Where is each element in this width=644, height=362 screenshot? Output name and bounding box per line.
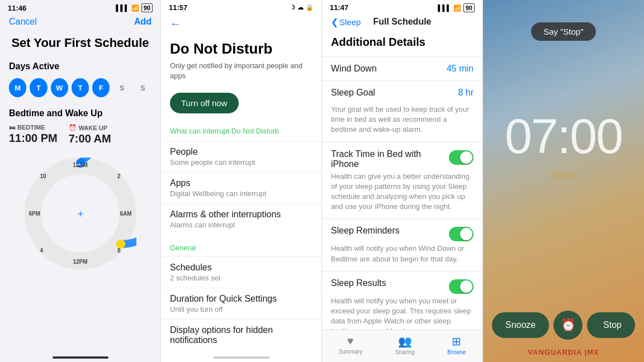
browse-icon: ⊞ — [452, 335, 461, 348]
home-indicator-2 — [214, 356, 269, 359]
list-item-display[interactable]: Display options for hidden notifications — [161, 319, 321, 351]
clock-area: ☀ 🛏 ＋ 12AM 12PM 6PM 6AM 10 2 4 8 — [0, 152, 160, 275]
alarm-icon: ⏰ — [69, 124, 77, 131]
days-active-label: Days Active — [0, 59, 160, 76]
status-icons-2: ☽ ☁ 🔒 — [290, 3, 314, 12]
list-item-apps[interactable]: Apps Digital Wellbeing can interrupt — [161, 172, 321, 203]
heart-icon: ♥ — [347, 335, 354, 347]
signal-icon: ▌▌▌ — [116, 4, 129, 11]
home-indicator-1 — [53, 356, 108, 359]
day-T[interactable]: T — [30, 78, 47, 97]
bedtime-label: BEDTIME — [17, 124, 45, 131]
status-time-1: 11:46 — [8, 4, 26, 12]
section-header-general: General — [161, 235, 321, 256]
alarms-sub: Alarms can interrupt — [170, 221, 312, 229]
day-S2[interactable]: S — [134, 78, 151, 97]
bedtime-time: 11:00 PM — [9, 132, 58, 145]
results-label: Sleep Results — [331, 278, 386, 288]
stop-button[interactable]: Stop — [587, 312, 635, 338]
add-button[interactable]: Add — [134, 17, 151, 27]
list-item-duration[interactable]: Duration for Quick Settings Until you tu… — [161, 288, 321, 319]
cancel-button[interactable]: Cancel — [9, 17, 37, 27]
snooze-button[interactable]: Snooze — [492, 312, 549, 338]
clock-ring[interactable]: ☀ 🛏 ＋ 12AM 12PM 6PM 6AM 10 2 4 8 — [25, 158, 136, 269]
list-item-schedules[interactable]: Schedules 2 schedules set — [161, 256, 321, 288]
sleep-goal-label: Sleep Goal — [331, 88, 375, 98]
wakeup-badge: ⏰ WAKE UP — [69, 124, 111, 131]
alarm-content: Say "Stop" 07:00 Alarm Snooze ⏰ Stop VAN… — [483, 0, 644, 362]
status-bar-2: 11:57 ☽ ☁ 🔒 — [161, 0, 321, 14]
sleep-goal-value: 8 hr — [458, 88, 473, 98]
battery-icon: 90 — [141, 3, 153, 12]
wind-down-value: 45 min — [447, 64, 473, 74]
list-item-alarms[interactable]: Alarms & other interruptions Alarms can … — [161, 203, 321, 235]
track-desc: Health can give you a better understandi… — [322, 172, 482, 219]
clock-2: 2 — [117, 173, 121, 179]
reminders-toggle-row: Sleep Reminders — [322, 218, 482, 244]
nav-bar-3: ❮ Sleep Full Schedule — [322, 15, 482, 31]
results-toggle-row: Sleep Results — [322, 271, 482, 296]
wind-down-label: Wind Down — [331, 64, 377, 74]
section-title-3: Additional Details — [322, 31, 482, 56]
watermark-text: VANGUARDIA — [528, 348, 582, 356]
tab-sharing-label: Sharing — [395, 349, 414, 355]
panel-full-schedule: 11:47 ▌▌▌ 📶 90 ❮ Sleep Full Schedule Add… — [322, 0, 483, 362]
day-S1[interactable]: S — [113, 78, 130, 97]
clock-6am: 6AM — [120, 211, 131, 217]
panel-schedule: 11:46 ▌▌▌ 📶 90 Cancel Add Set Your First… — [0, 0, 161, 362]
reminders-toggle[interactable] — [449, 227, 473, 241]
turn-off-button[interactable]: Turn off now — [170, 93, 239, 113]
tab-browse[interactable]: ⊞ Browse — [447, 335, 466, 355]
back-arrow-icon[interactable]: ← — [170, 17, 181, 30]
day-M[interactable]: M — [9, 78, 26, 97]
clock-6pm: 6PM — [29, 211, 41, 217]
back-button-3[interactable]: ❮ Sleep — [331, 17, 361, 27]
section-header-interrupt: What can interrupt Do Not Disturb — [161, 127, 321, 141]
alarm-center-icon[interactable]: ⏰ — [553, 311, 583, 340]
apps-sub: Digital Wellbeing can interrupt — [170, 189, 312, 198]
bedtime-badge: 🛏 BEDTIME — [9, 124, 58, 131]
status-icons-3: ▌▌▌ 📶 90 — [438, 3, 475, 12]
panel-do-not-disturb: 11:57 ☽ ☁ 🔒 ← Do Not Disturb Only get no… — [161, 0, 322, 362]
sleep-goal-row[interactable]: Sleep Goal 8 hr — [322, 80, 482, 104]
day-F[interactable]: F — [92, 78, 110, 97]
bedwake-row: 🛏 BEDTIME 11:00 PM ⏰ WAKE UP 7:00 AM — [0, 124, 160, 152]
status-time-3: 11:47 — [330, 3, 348, 12]
tab-summary[interactable]: ♥ Summary — [338, 335, 362, 355]
apps-title: Apps — [170, 178, 312, 188]
alarm-label: Alarm — [550, 169, 576, 181]
panel-alarm: Say "Stop" 07:00 Alarm Snooze ⏰ Stop VAN… — [483, 0, 644, 362]
nav-bar-1: Cancel Add — [0, 15, 160, 31]
chevron-left-icon: ❮ — [331, 17, 338, 27]
cloud-icon: ☁ — [297, 4, 304, 11]
track-toggle[interactable] — [449, 150, 473, 165]
bedwake-label: Bedtime and Wake Up — [0, 106, 160, 124]
lock-icon: 🔒 — [306, 4, 314, 11]
page-title-2: Do Not Disturb — [161, 36, 321, 61]
alarm-buttons: Snooze ⏰ Stop — [483, 311, 644, 340]
watermark: VANGUARDIA |MX — [483, 348, 644, 356]
track-toggle-row: Track Time in Bed with iPhone — [322, 142, 482, 172]
say-stop-badge[interactable]: Say "Stop" — [531, 22, 596, 41]
page-title-1: Set Your First Schedule — [0, 31, 160, 59]
alarm-time: 07:00 — [505, 108, 622, 165]
wakeup-col: ⏰ WAKE UP 7:00 AM — [69, 124, 111, 145]
results-toggle[interactable] — [449, 279, 473, 294]
tab-sharing[interactable]: 👥 Sharing — [395, 335, 414, 355]
alarm-bell-icon: ⏰ — [561, 318, 576, 332]
day-T2[interactable]: T — [72, 78, 89, 97]
people-title: People — [170, 147, 312, 157]
day-W[interactable]: W — [51, 78, 68, 97]
track-label: Track Time in Bed with iPhone — [331, 149, 432, 169]
reminders-desc: Health will notify you when Wind Down or… — [322, 244, 482, 270]
schedules-sub: 2 schedules set — [170, 274, 312, 282]
days-row: M T W T F S S — [0, 76, 160, 106]
wind-down-row[interactable]: Wind Down 45 min — [322, 56, 482, 80]
tab-summary-label: Summary — [338, 349, 362, 355]
battery-icon-3: 90 — [463, 3, 475, 12]
status-icons-1: ▌▌▌ 📶 90 — [116, 3, 153, 12]
list-item-people[interactable]: People Some people can interrupt — [161, 141, 321, 172]
clock-10: 10 — [40, 173, 46, 179]
duration-title: Duration for Quick Settings — [170, 294, 312, 304]
wifi-icon: 📶 — [131, 4, 139, 12]
